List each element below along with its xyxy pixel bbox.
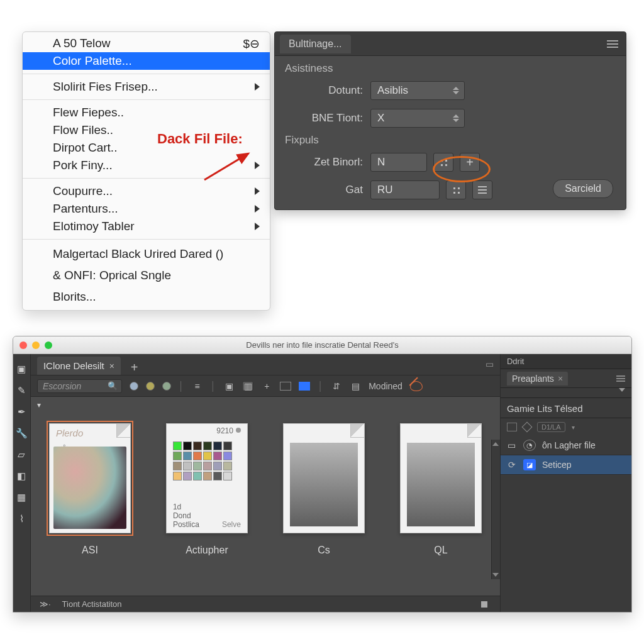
card-number: 9210 <box>216 426 241 435</box>
box-icon[interactable] <box>507 423 517 431</box>
panel-icon-row: D1/LA ▾ <box>501 418 631 436</box>
layer-row-1[interactable]: ▭ ◔ ôn Lagher file <box>501 436 631 455</box>
overlap-icon[interactable]: ▤ <box>350 381 361 391</box>
scroll-down-icon[interactable] <box>492 573 499 577</box>
right-mini-tab[interactable]: Ddrit <box>501 354 631 369</box>
filter-pill[interactable]: D1/LA <box>537 422 565 432</box>
menu-divider <box>23 178 270 179</box>
tool-shape[interactable]: ▱ <box>15 448 28 461</box>
canvas-dropdown-icon[interactable]: ▾ <box>37 401 41 409</box>
tool-move[interactable]: ▣ <box>15 363 28 375</box>
thumb-card: Plerdo ☥ <box>49 423 131 533</box>
dotunt-select[interactable]: Asiblis <box>370 81 465 100</box>
color-swatch-3[interactable] <box>162 382 171 391</box>
color-swatch-2[interactable] <box>146 382 155 391</box>
thumb-cs[interactable]: Cs <box>280 423 368 556</box>
section-label-fixpuls: Fixpuls <box>285 134 616 147</box>
grid-button-2[interactable] <box>446 180 466 199</box>
layer-row-2[interactable]: ⟳ ◪ Seticep <box>501 455 631 475</box>
menu-item-10[interactable]: Coupurre... <box>23 182 270 200</box>
menu-item-label: Coupurre... <box>53 184 113 198</box>
options-bar: Escorsion 🔍 │ ≡ │ ▣ ▥ + │ ⇵ ▤ Modined <box>31 375 500 397</box>
tool-strip: ▣ ✎ ✒ 🔧 ▱ ◧ ▦ ⌇ <box>13 354 31 612</box>
menu-note-line-1[interactable]: Malgertacl Black Urired Dared () <box>23 243 270 265</box>
document-tabs: IClone Delesilt × + ▭ <box>31 354 500 375</box>
document-tab[interactable]: IClone Delesilt × <box>37 357 121 375</box>
color-swatch-1[interactable] <box>130 382 138 391</box>
menu-item-label: Flew Fiepes.. <box>53 106 124 119</box>
gat-input[interactable]: RU <box>370 180 440 199</box>
menu-item-8[interactable]: Pork Finy... <box>23 157 270 174</box>
canvas[interactable]: ▾ Plerdo ☥ ASI 9210 <box>31 397 500 596</box>
zoom-button[interactable] <box>45 341 52 349</box>
menu-item-1[interactable]: Color Palette... <box>23 52 270 70</box>
panel-icon[interactable]: ▥ <box>242 381 253 391</box>
align-icon[interactable]: ≡ <box>192 381 203 391</box>
close-button[interactable] <box>19 341 27 349</box>
scrollbar-vertical[interactable] <box>491 440 500 579</box>
diamond-icon[interactable] <box>521 422 532 433</box>
tool-pen[interactable]: ✒ <box>15 406 28 418</box>
zet-binorl-input[interactable]: N <box>370 153 427 172</box>
close-icon[interactable]: × <box>558 374 563 384</box>
field-zet-binorl: Zet Binorl: N + <box>285 153 616 172</box>
panel-sub-strip <box>501 388 631 398</box>
tool-brush[interactable]: ✎ <box>15 384 28 397</box>
menu-item-12[interactable]: Elotimoy Tabler <box>23 218 270 235</box>
footer-marker-icon <box>481 601 487 608</box>
menu-item-7[interactable]: Dirpot Cart.. <box>23 139 270 157</box>
minimize-button[interactable] <box>32 341 40 349</box>
rect-fill-icon[interactable] <box>299 382 310 391</box>
menu-item-3[interactable]: Slolirit Fies Frisep... <box>23 78 270 96</box>
menu-item-5[interactable]: Flew Fiepes.. <box>23 104 270 121</box>
bne-tiont-select[interactable]: X <box>370 109 465 128</box>
close-icon[interactable]: × <box>109 361 114 371</box>
link-icon[interactable]: ⇵ <box>331 381 342 391</box>
select-value: Asiblis <box>377 84 408 97</box>
hamburger-icon[interactable] <box>616 375 625 382</box>
panel-tab-preaplants[interactable]: Preaplants× <box>507 372 568 386</box>
field-label: Zet Binorl: <box>289 156 363 169</box>
grid-button[interactable] <box>433 153 453 172</box>
tool-wrench[interactable]: 🔧 <box>15 427 28 440</box>
image-icon[interactable]: ▣ <box>223 381 235 391</box>
add-button[interactable]: + <box>460 153 480 172</box>
thumb-actiupher[interactable]: 9210 1d Dond Postlica Selve Actiupher <box>163 423 251 556</box>
visibility-off-icon[interactable] <box>410 381 423 391</box>
stepper-icon[interactable] <box>453 111 462 125</box>
stepper-icon[interactable] <box>453 84 462 97</box>
plus-icon[interactable]: + <box>261 381 272 391</box>
menu-item-11[interactable]: Partenturs... <box>23 200 270 218</box>
hamburger-icon[interactable] <box>607 40 618 48</box>
visibility-icon[interactable]: ▭ <box>507 440 517 450</box>
list-button[interactable] <box>472 180 492 199</box>
tool-lasso[interactable]: ⌇ <box>15 513 28 525</box>
tool-crop[interactable]: ◧ <box>15 470 28 482</box>
thumb-preview <box>290 443 358 526</box>
settings-tab[interactable]: Bulttinage... <box>280 35 351 53</box>
thumb-ql[interactable]: QL <box>397 423 485 556</box>
scroll-up-icon[interactable] <box>492 442 499 446</box>
menu-item-6[interactable]: Flow Files.. <box>23 121 270 139</box>
field-label: BNE Tiont: <box>289 112 363 125</box>
menu-item-0[interactable]: A 50 Telow $⊖ <box>23 35 270 52</box>
tool-grid[interactable]: ▦ <box>15 491 28 504</box>
thumb-asi[interactable]: Plerdo ☥ ASI <box>46 423 134 556</box>
panel-toggle-icon[interactable]: ▭ <box>486 359 494 369</box>
footer-icon[interactable]: ≫· <box>40 599 51 609</box>
sarcield-button[interactable]: Sarcield <box>553 179 613 198</box>
rect-outline-icon[interactable] <box>280 382 291 391</box>
thumb-top-label: Plerdo <box>56 428 83 438</box>
menu-note-line-3[interactable]: Blorits... <box>23 286 270 308</box>
add-tab[interactable]: + <box>125 360 145 375</box>
list-icon <box>478 186 487 194</box>
search-input[interactable]: Escorsion 🔍 <box>37 379 122 393</box>
menu-note-line-2[interactable]: & ONFI: Oprical Sngle <box>23 265 270 286</box>
swatch-grid <box>173 441 232 480</box>
grid-icon <box>452 186 460 194</box>
search-icon: 🔍 <box>108 381 118 391</box>
thumb-caption: Cs <box>318 545 330 556</box>
chevron-down-icon[interactable] <box>619 388 625 392</box>
sync-icon[interactable]: ⟳ <box>507 460 517 470</box>
chevron-down-icon[interactable]: ▾ <box>572 424 575 431</box>
